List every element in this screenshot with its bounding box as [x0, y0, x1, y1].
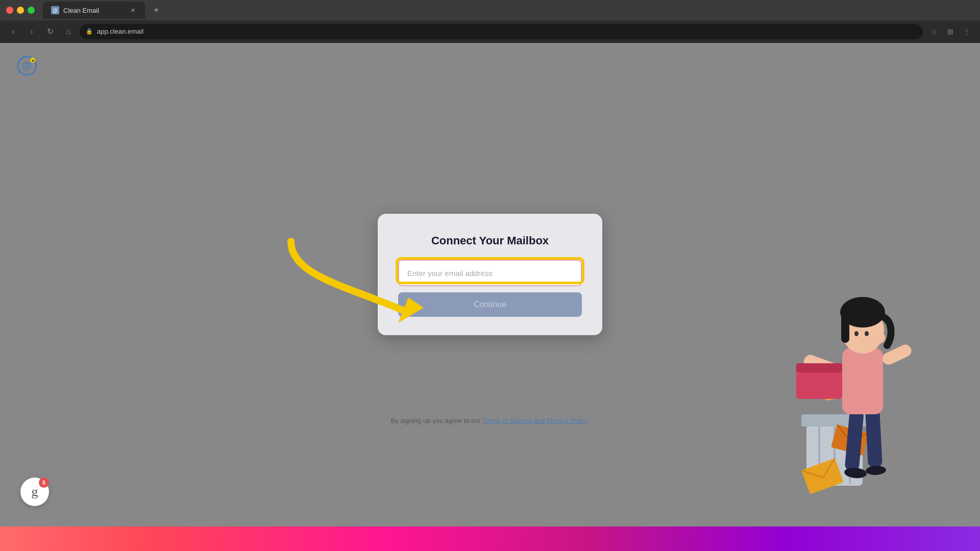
g-badge[interactable]: g 5: [20, 478, 49, 506]
tab-favicon: @: [51, 6, 59, 14]
lock-icon: 🔒: [86, 28, 93, 35]
tab-title: Clean Email: [63, 7, 99, 14]
illustration: [755, 251, 939, 496]
extensions-icon[interactable]: ⊞: [943, 24, 958, 39]
home-button[interactable]: ⌂: [61, 24, 76, 39]
terms-link[interactable]: Terms of Service and Privacy Policy: [482, 417, 587, 424]
modal-card: Connect Your Mailbox Continue: [378, 214, 602, 335]
forward-button[interactable]: ›: [24, 24, 39, 39]
address-bar[interactable]: 🔒 app.clean.email: [80, 24, 923, 39]
close-button[interactable]: [6, 7, 13, 14]
url-text: app.clean.email: [97, 28, 143, 35]
traffic-lights: [6, 7, 35, 14]
logo-icon: @ ✦: [16, 55, 38, 77]
g-badge-count: 5: [39, 478, 49, 488]
svg-rect-22: [796, 363, 842, 372]
maximize-button[interactable]: [28, 7, 35, 14]
terms-prefix: By signing up you agree to our: [390, 417, 482, 424]
menu-icon[interactable]: ⋮: [960, 24, 974, 39]
svg-point-26: [854, 331, 859, 336]
title-bar: @ Clean Email ✕ +: [0, 0, 980, 20]
bottom-gradient-bar: [0, 527, 980, 551]
modal-title: Connect Your Mailbox: [398, 234, 582, 247]
svg-point-16: [866, 465, 887, 475]
svg-rect-18: [842, 348, 883, 414]
tab-close-icon[interactable]: ✕: [129, 6, 137, 14]
g-badge-letter: g: [32, 484, 38, 499]
svg-rect-14: [865, 409, 883, 468]
nav-bar: ‹ › ↻ ⌂ 🔒 app.clean.email ☆ ⊞ ⋮: [0, 20, 980, 43]
page-content: @ ✦ Connect Your Mailbox Continue: [0, 43, 980, 527]
svg-text:✦: ✦: [31, 59, 35, 63]
nav-right-controls: ☆ ⊞ ⋮: [927, 24, 974, 39]
star-icon[interactable]: ☆: [927, 24, 941, 39]
back-button[interactable]: ‹: [6, 24, 20, 39]
svg-point-28: [871, 332, 885, 344]
new-tab-button[interactable]: +: [149, 3, 163, 17]
svg-rect-25: [841, 312, 849, 343]
logo: @ ✦: [16, 55, 38, 77]
continue-button[interactable]: Continue: [398, 292, 582, 317]
email-input[interactable]: [398, 260, 582, 286]
terms-suffix: .: [587, 417, 590, 424]
browser-tab[interactable]: @ Clean Email ✕: [43, 2, 145, 19]
minimize-button[interactable]: [17, 7, 24, 14]
svg-point-27: [865, 331, 869, 336]
refresh-button[interactable]: ↻: [43, 24, 57, 39]
terms-text: By signing up you agree to our Terms of …: [390, 417, 589, 424]
